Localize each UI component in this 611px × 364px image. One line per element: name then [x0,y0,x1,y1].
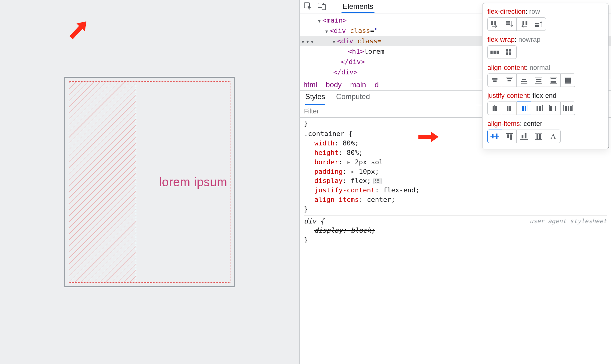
svg-rect-66 [525,133,526,138]
dom-node-div1[interactable]: <div [330,27,346,34]
selected-indicator: ••• [301,37,315,47]
page-viewport: lorem ipsum [0,0,299,364]
svg-rect-24 [521,81,527,82]
justify-content-options [487,102,603,115]
svg-rect-10 [535,25,539,27]
svg-rect-2 [322,5,326,10]
ai-baseline-icon[interactable]: A [546,130,561,143]
flex-direction-options [487,17,603,31]
jc-evenly-icon[interactable] [561,102,575,115]
ac-end-icon[interactable] [517,73,531,87]
svg-rect-12 [494,51,496,54]
ac-start-icon[interactable] [502,73,517,87]
svg-rect-52 [555,106,556,111]
svg-rect-57 [570,106,572,111]
dom-node-h1[interactable]: <h1> [348,48,364,55]
svg-rect-39 [495,106,497,111]
devtools-panel: Elements <main> <div class=" •••<div cla… [299,0,611,364]
bc-main[interactable]: main [350,80,366,89]
svg-rect-56 [568,106,569,111]
svg-rect-15 [509,49,511,52]
ac-around-icon[interactable] [531,73,546,87]
fw-nowrap-icon[interactable] [487,45,502,59]
svg-rect-11 [490,51,493,54]
dom-node-div2[interactable]: <div [337,37,353,45]
svg-rect-43 [522,106,524,111]
arrow-annotation-viewport [68,16,92,40]
device-toggle-icon[interactable] [317,2,327,12]
svg-rect-22 [508,80,511,81]
svg-rect-5 [506,21,510,23]
ac-between-icon[interactable] [546,73,561,87]
flex-empty-space [69,82,136,282]
svg-rect-69 [537,134,538,139]
svg-rect-19 [493,80,497,82]
svg-rect-18 [492,78,497,80]
fd-column-icon[interactable] [502,17,517,31]
user-agent-label: user agent stylesheet [530,217,607,225]
jc-between-icon[interactable] [546,102,561,115]
dom-node-main[interactable]: <main> [322,16,346,24]
svg-rect-31 [551,78,556,79]
filter-input[interactable] [303,107,383,116]
svg-rect-17 [509,52,511,55]
fd-row-icon[interactable] [487,17,502,31]
svg-rect-3 [491,21,493,25]
ai-stretch-icon[interactable] [531,130,546,143]
tab-computed[interactable]: Computed [336,92,370,105]
jc-end-icon[interactable] [517,102,531,115]
jc-center-icon[interactable] [487,102,502,115]
svg-rect-37 [493,106,494,111]
svg-rect-32 [551,81,556,83]
svg-rect-23 [522,79,526,80]
container-box: lorem ipsum [64,77,235,287]
fd-row-reverse-icon[interactable] [517,17,531,31]
align-items-options: A [487,130,603,143]
inspect-icon[interactable] [303,2,312,12]
svg-rect-60 [492,134,494,138]
svg-rect-51 [550,106,552,111]
svg-rect-44 [525,106,526,111]
ai-end-icon[interactable] [517,130,531,143]
fd-column-reverse-icon[interactable] [531,17,546,31]
svg-rect-21 [507,78,512,79]
svg-rect-8 [526,21,527,25]
flex-wrap-options [487,45,603,59]
jc-start-icon[interactable] [502,102,517,115]
svg-rect-63 [507,134,509,138]
svg-rect-4 [494,21,496,25]
svg-rect-42 [509,106,511,111]
ac-stretch-icon[interactable] [561,73,575,87]
ai-start-icon[interactable] [502,130,517,143]
ac-center-icon[interactable] [487,73,502,87]
svg-rect-16 [506,52,508,55]
jc-around-icon[interactable] [531,102,546,115]
svg-rect-6 [506,23,510,25]
ai-center-icon[interactable] [487,130,502,143]
bc-html[interactable]: html [303,80,317,89]
tab-elements[interactable]: Elements [342,0,374,13]
svg-rect-70 [539,134,541,139]
svg-rect-61 [496,134,497,139]
svg-rect-27 [536,79,541,80]
svg-rect-7 [522,21,524,25]
svg-rect-65 [522,135,523,138]
svg-rect-55 [565,106,567,111]
fw-wrap-icon[interactable] [502,45,517,59]
align-content-options [487,73,603,87]
svg-rect-64 [510,134,512,140]
heading-text: lorem ipsum [159,175,227,189]
svg-rect-13 [497,51,499,54]
svg-rect-47 [537,106,538,111]
svg-rect-14 [506,49,508,52]
tab-styles[interactable]: Styles [305,92,325,105]
svg-rect-28 [536,81,541,82]
flex-editor-icon[interactable] [373,178,382,184]
svg-rect-35 [565,78,571,83]
svg-rect-48 [539,106,541,111]
svg-rect-41 [507,106,508,111]
bc-body[interactable]: body [326,80,342,89]
flex-container: lorem ipsum [69,81,230,283]
svg-rect-9 [535,23,539,24]
bc-d[interactable]: d [374,80,378,89]
